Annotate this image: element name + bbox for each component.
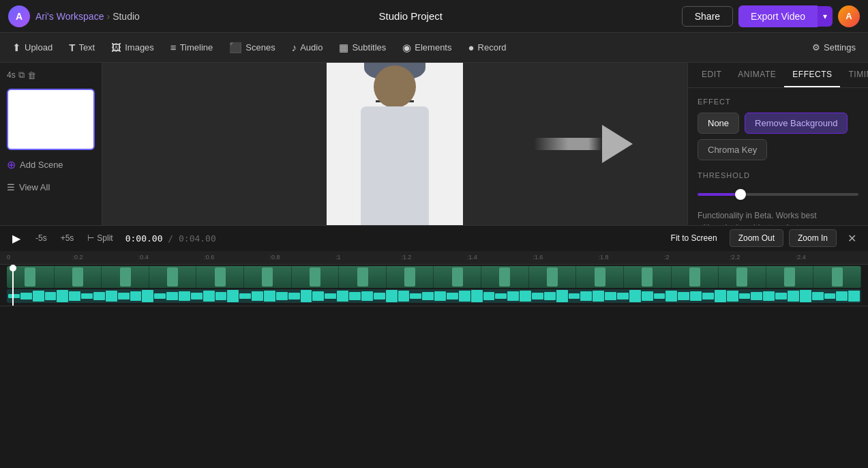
threshold-label: THRESHOLD <box>698 171 858 179</box>
audio-bar <box>8 294 20 298</box>
ruler-mark: :1.8 <box>599 254 664 261</box>
audio-bar <box>106 291 117 302</box>
track-video <box>7 266 861 288</box>
tab-effects[interactable]: EFFECTS <box>784 63 840 87</box>
breadcrumb: Ari's Workspace › Studio <box>35 11 140 22</box>
avatar[interactable]: A <box>838 5 860 27</box>
toolbar-timeline[interactable]: ≡ Timeline <box>164 38 220 57</box>
timeline-area: 0:0.2:0.4:0.6:0.8:1:1.2:1.4:1.6:1.8:2:2.… <box>0 251 868 306</box>
settings-button[interactable]: ⚙ Settings <box>805 39 863 56</box>
audio-bar <box>57 290 68 302</box>
studio-link[interactable]: Studio <box>113 11 140 22</box>
export-chevron-button[interactable]: ▾ <box>818 6 833 27</box>
share-button[interactable]: Share <box>682 6 733 27</box>
audio-bar <box>520 291 531 302</box>
workspace-name[interactable]: Ari's Workspace <box>35 11 104 22</box>
add-scene-button[interactable]: ⊕ Add Scene <box>7 156 95 174</box>
tab-timing[interactable]: TIMING <box>840 63 868 87</box>
track-frame <box>434 266 481 288</box>
track-frame <box>672 266 719 288</box>
audio-bar <box>349 292 361 300</box>
audio-bar <box>702 293 714 299</box>
zoom-out-button[interactable]: Zoom Out <box>730 229 783 247</box>
elements-icon: ◉ <box>402 42 411 54</box>
ruler-mark: :1 <box>335 254 401 261</box>
audio-bar <box>410 293 421 299</box>
audio-bar <box>654 293 665 299</box>
audio-bar <box>775 293 787 299</box>
skip-back-button[interactable]: -5s <box>31 231 51 246</box>
audio-bar <box>264 291 275 302</box>
timeline-cursor[interactable] <box>12 265 14 306</box>
timeline-icon: ≡ <box>170 42 177 53</box>
timeline-track[interactable] <box>0 265 868 306</box>
export-button[interactable]: Export Video <box>738 5 818 27</box>
ruler-mark: :0.6 <box>204 254 269 261</box>
audio-bar <box>203 291 215 302</box>
play-button[interactable]: ▶ <box>7 229 26 248</box>
audio-bar <box>800 290 811 302</box>
effect-remove-bg-button[interactable]: Remove Background <box>745 113 848 134</box>
canvas-frame[interactable]: ↻ ⠿ <box>327 63 463 225</box>
audio-bar <box>227 290 239 302</box>
effect-none-button[interactable]: None <box>698 113 739 134</box>
audio-bar <box>288 293 300 299</box>
skip-fwd-button[interactable]: +5s <box>57 231 78 246</box>
audio-bar <box>727 291 738 302</box>
audio-bar <box>215 292 227 300</box>
audio-icon: ♪ <box>292 42 297 53</box>
split-button[interactable]: ⊢ Split <box>83 231 117 246</box>
tab-animate[interactable]: ANIMATE <box>730 63 784 87</box>
scene-thumbnail[interactable] <box>7 89 95 150</box>
effect-chroma-button[interactable]: Chroma Key <box>698 139 767 160</box>
audio-bar <box>239 293 251 299</box>
audio-bar <box>69 291 80 301</box>
arrow-decoration <box>534 125 633 163</box>
audio-bar <box>605 292 616 300</box>
track-frame <box>766 266 814 288</box>
audio-bar <box>483 292 495 300</box>
zoom-in-button[interactable]: Zoom In <box>789 229 837 247</box>
threshold-slider[interactable] <box>698 193 858 196</box>
video-person <box>327 63 463 225</box>
close-button[interactable]: ✕ <box>842 229 861 248</box>
toolbar-text[interactable]: T Text <box>62 38 102 57</box>
close-icon: ✕ <box>848 232 856 245</box>
audio-bar <box>593 291 604 302</box>
track-frame <box>102 266 149 288</box>
ruler-mark: :0.4 <box>138 254 204 261</box>
audio-bar <box>361 291 373 301</box>
track-frame <box>529 266 577 288</box>
audio-bar <box>93 292 105 300</box>
toolbar-scenes[interactable]: ⬛ Scenes <box>222 38 282 57</box>
audio-bar <box>422 292 434 300</box>
view-all-button[interactable]: ☰ View All <box>7 179 95 195</box>
audio-bar <box>507 291 519 301</box>
audio-bar <box>848 291 860 302</box>
toolbar-upload[interactable]: ⬆ Upload <box>5 38 59 57</box>
copy-scene-icon[interactable]: ⧉ <box>18 70 25 81</box>
audio-bar <box>739 293 751 299</box>
subtitles-icon: ▦ <box>339 42 348 54</box>
audio-bar <box>434 291 446 301</box>
track-frame <box>576 266 624 288</box>
delete-scene-icon[interactable]: 🗑 <box>27 70 36 81</box>
audio-waveform <box>7 289 861 303</box>
toolbar-record[interactable]: ● Record <box>461 38 513 57</box>
audio-bar <box>447 293 458 299</box>
toolbar-subtitles[interactable]: ▦ Subtitles <box>332 38 393 57</box>
toolbar-images[interactable]: 🖼 Images <box>104 38 161 57</box>
ruler-mark: :2.4 <box>796 254 861 261</box>
audio-bar <box>642 291 653 301</box>
tab-edit[interactable]: EDIT <box>693 63 730 87</box>
toolbar-audio[interactable]: ♪ Audio <box>285 38 330 57</box>
scene-controls: 4s ⧉ 🗑 <box>7 70 95 81</box>
audio-bar <box>81 293 93 299</box>
breadcrumb-separator: › <box>106 11 110 22</box>
track-frame <box>813 266 861 288</box>
brand-logo: A <box>8 5 30 27</box>
track-audio <box>7 289 861 303</box>
toolbar-elements[interactable]: ◉ Elements <box>395 38 458 57</box>
effect-section-label: EFFECT <box>698 98 858 106</box>
fit-screen-button[interactable]: Fit to Screen <box>664 230 724 246</box>
